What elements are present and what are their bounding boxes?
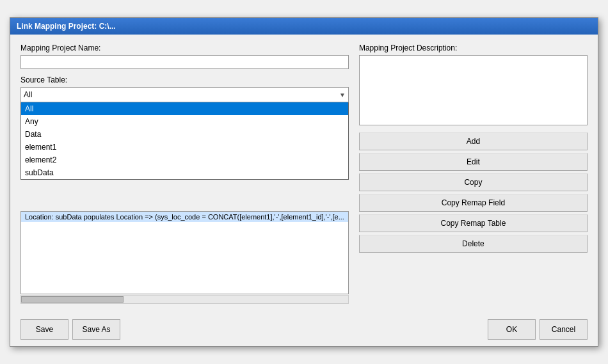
title-bar: Link Mapping Project: C:\...: [10, 18, 598, 35]
right-bottom-buttons: OK Cancel: [488, 319, 588, 340]
dropdown-option-any[interactable]: Any: [21, 115, 348, 128]
scrollbar-thumb[interactable]: [21, 296, 124, 303]
copy-remap-table-button[interactable]: Copy Remap Table: [359, 214, 588, 232]
title-text: Link Mapping Project: C:\...: [17, 22, 116, 31]
add-button[interactable]: Add: [359, 132, 588, 150]
source-table-section: All ▼ All Any Data element1 element2 sub…: [20, 87, 349, 304]
left-column: Mapping Project Name: Source Table: All …: [20, 44, 349, 304]
dialog-body: Mapping Project Name: Source Table: All …: [10, 35, 598, 346]
source-table-dropdown-list[interactable]: All Any Data element1 element2 subData: [20, 102, 349, 180]
copy-button[interactable]: Copy: [359, 173, 588, 191]
save-button[interactable]: Save: [20, 319, 68, 340]
dropdown-option-data[interactable]: Data: [21, 128, 348, 141]
dropdown-option-element1[interactable]: element1: [21, 141, 348, 154]
edit-button[interactable]: Edit: [359, 153, 588, 171]
action-buttons: Add Edit Copy Copy Remap Field Copy Rema…: [359, 132, 588, 253]
mapping-list-item-0[interactable]: Location: subData populates Location => …: [21, 212, 348, 222]
left-bottom-buttons: Save Save As: [20, 319, 120, 340]
mapping-project-name-input[interactable]: [20, 55, 349, 69]
cancel-button[interactable]: Cancel: [540, 319, 588, 340]
source-table-select[interactable]: All ▼: [20, 87, 349, 102]
dropdown-option-subdata[interactable]: subData: [21, 166, 348, 179]
description-label: Mapping Project Description:: [359, 44, 588, 52]
dropdown-arrow-icon: ▼: [339, 91, 346, 99]
delete-button[interactable]: Delete: [359, 235, 588, 253]
right-column: Mapping Project Description: Add Edit Co…: [359, 44, 588, 304]
description-textarea[interactable]: [359, 55, 588, 125]
source-table-value: All: [24, 90, 339, 99]
dropdown-option-all[interactable]: All: [21, 102, 348, 115]
dialog-window: Link Mapping Project: C:\... Mapping Pro…: [10, 17, 598, 347]
save-as-button[interactable]: Save As: [72, 319, 120, 340]
bottom-row: Save Save As OK Cancel: [20, 313, 588, 340]
mapping-content-area: Location: subData populates Location => …: [20, 211, 349, 304]
mapping-list[interactable]: Location: subData populates Location => …: [20, 211, 349, 294]
horizontal-scrollbar[interactable]: [20, 295, 349, 304]
dropdown-option-element2[interactable]: element2: [21, 154, 348, 166]
source-table-label: Source Table:: [20, 75, 349, 84]
mapping-project-name-label: Mapping Project Name:: [20, 44, 349, 52]
ok-button[interactable]: OK: [488, 319, 536, 340]
top-section: Mapping Project Name: Source Table: All …: [20, 44, 588, 304]
copy-remap-field-button[interactable]: Copy Remap Field: [359, 194, 588, 212]
